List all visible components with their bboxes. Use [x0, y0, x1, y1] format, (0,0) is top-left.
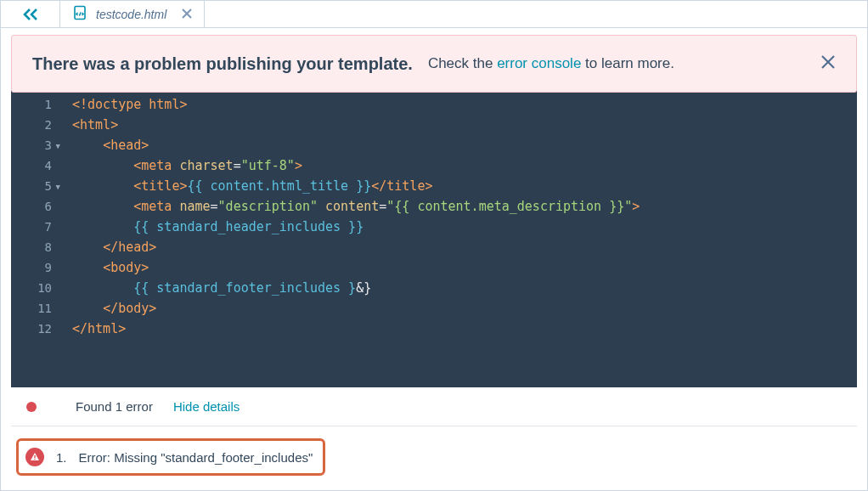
- error-message: Error: Missing "standard_footer_includes…: [79, 450, 313, 465]
- error-number: 1.: [56, 450, 67, 465]
- code-editor[interactable]: 1 2 3▼ 4 5▼ 6 7 8 9 10 11 12 <!doctype h…: [11, 90, 857, 387]
- error-summary-bar: Found 1 error Hide details: [11, 387, 857, 426]
- error-badge-icon: [25, 448, 44, 466]
- collapse-sidebar-button[interactable]: [1, 1, 60, 27]
- svg-rect-6: [34, 455, 35, 458]
- svg-rect-7: [34, 459, 35, 460]
- error-detail-row[interactable]: 1. Error: Missing "standard_footer_inclu…: [16, 438, 325, 476]
- tab-filename: testcode.html: [96, 8, 166, 21]
- tab-bar: testcode.html: [1, 1, 867, 28]
- alert-title: There was a problem publishing your temp…: [32, 54, 413, 74]
- file-icon: [72, 5, 87, 24]
- alert-message: Check the error console to learn more.: [428, 55, 674, 72]
- code-content[interactable]: <!doctype html> <html> <head> <meta char…: [57, 90, 640, 387]
- close-icon: [820, 54, 836, 70]
- file-tab[interactable]: testcode.html: [60, 1, 205, 27]
- error-dot-icon: [26, 402, 37, 412]
- error-console-link[interactable]: error console: [497, 55, 581, 71]
- line-gutter: 1 2 3▼ 4 5▼ 6 7 8 9 10 11 12: [11, 90, 57, 387]
- error-alert-banner: There was a problem publishing your temp…: [11, 35, 857, 93]
- close-tab-button[interactable]: [182, 8, 192, 21]
- double-chevron-left-icon: [22, 8, 39, 20]
- fold-marker-icon[interactable]: ▼: [56, 177, 60, 197]
- alert-icon: [30, 452, 40, 462]
- hide-details-link[interactable]: Hide details: [173, 399, 240, 414]
- svg-line-1: [80, 12, 82, 15]
- close-icon: [182, 8, 192, 19]
- fold-marker-icon[interactable]: ▼: [56, 136, 60, 156]
- alert-close-button[interactable]: [820, 53, 836, 75]
- error-count-text: Found 1 error: [76, 399, 153, 414]
